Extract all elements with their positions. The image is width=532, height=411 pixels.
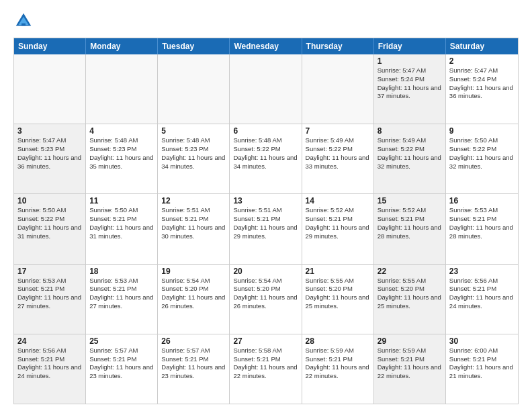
calendar-cell (86, 54, 158, 124)
calendar-cell (14, 54, 86, 124)
calendar-week-4: 17Sunrise: 5:53 AMSunset: 5:21 PMDayligh… (14, 264, 518, 334)
day-number: 5 (161, 126, 226, 136)
calendar-cell: 27Sunrise: 5:58 AMSunset: 5:21 PMDayligh… (230, 334, 302, 404)
day-info: Sunrise: 5:55 AMSunset: 5:20 PMDaylight:… (306, 277, 370, 311)
header (13, 11, 519, 31)
day-info: Sunrise: 5:56 AMSunset: 5:21 PMDaylight:… (17, 347, 82, 381)
weekday-header-monday: Monday (86, 38, 158, 54)
day-info: Sunrise: 5:54 AMSunset: 5:20 PMDaylight:… (233, 277, 298, 311)
weekday-header-wednesday: Wednesday (230, 38, 302, 54)
calendar-cell: 1Sunrise: 5:47 AMSunset: 5:24 PMDaylight… (374, 54, 446, 124)
day-info: Sunrise: 5:59 AMSunset: 5:21 PMDaylight:… (306, 347, 370, 381)
day-number: 10 (17, 196, 82, 205)
day-number: 7 (306, 126, 370, 136)
weekday-header-friday: Friday (374, 38, 446, 54)
day-number: 6 (233, 126, 298, 136)
day-number: 11 (89, 196, 154, 205)
calendar-cell: 19Sunrise: 5:54 AMSunset: 5:20 PMDayligh… (158, 265, 230, 334)
day-info: Sunrise: 5:47 AMSunset: 5:23 PMDaylight:… (17, 136, 82, 171)
day-info: Sunrise: 5:56 AMSunset: 5:21 PMDaylight:… (449, 277, 515, 311)
calendar-cell: 16Sunrise: 5:53 AMSunset: 5:21 PMDayligh… (446, 194, 518, 263)
day-number: 15 (378, 196, 442, 205)
day-number: 29 (378, 336, 442, 346)
day-info: Sunrise: 5:49 AMSunset: 5:22 PMDaylight:… (306, 136, 370, 171)
day-info: Sunrise: 5:51 AMSunset: 5:21 PMDaylight:… (233, 206, 298, 240)
day-info: Sunrise: 5:53 AMSunset: 5:21 PMDaylight:… (89, 277, 154, 311)
day-info: Sunrise: 5:48 AMSunset: 5:23 PMDaylight:… (161, 136, 226, 171)
calendar-cell: 10Sunrise: 5:50 AMSunset: 5:22 PMDayligh… (14, 194, 86, 263)
day-info: Sunrise: 5:48 AMSunset: 5:22 PMDaylight:… (233, 136, 298, 171)
day-info: Sunrise: 5:49 AMSunset: 5:22 PMDaylight:… (378, 136, 442, 171)
calendar-header: SundayMondayTuesdayWednesdayThursdayFrid… (14, 38, 518, 54)
calendar-cell: 13Sunrise: 5:51 AMSunset: 5:21 PMDayligh… (230, 194, 302, 263)
day-info: Sunrise: 5:50 AMSunset: 5:21 PMDaylight:… (89, 206, 154, 240)
calendar-week-5: 24Sunrise: 5:56 AMSunset: 5:21 PMDayligh… (14, 334, 518, 404)
day-info: Sunrise: 5:47 AMSunset: 5:24 PMDaylight:… (449, 66, 515, 101)
day-number: 25 (89, 336, 154, 346)
logo-icon (13, 11, 34, 31)
weekday-header-sunday: Sunday (14, 38, 86, 54)
calendar-cell: 28Sunrise: 5:59 AMSunset: 5:21 PMDayligh… (302, 334, 374, 404)
day-info: Sunrise: 5:52 AMSunset: 5:21 PMDaylight:… (306, 206, 370, 240)
calendar-cell: 7Sunrise: 5:49 AMSunset: 5:22 PMDaylight… (302, 124, 374, 193)
day-number: 17 (17, 267, 82, 276)
day-number: 28 (306, 336, 370, 346)
calendar-cell: 25Sunrise: 5:57 AMSunset: 5:21 PMDayligh… (86, 334, 158, 404)
day-number: 13 (233, 196, 298, 205)
logo (13, 11, 36, 31)
day-number: 23 (449, 267, 515, 276)
day-info: Sunrise: 5:54 AMSunset: 5:20 PMDaylight:… (161, 277, 226, 311)
day-number: 24 (17, 336, 82, 346)
day-number: 14 (306, 196, 370, 205)
calendar-cell: 17Sunrise: 5:53 AMSunset: 5:21 PMDayligh… (14, 265, 86, 334)
calendar: SundayMondayTuesdayWednesdayThursdayFrid… (13, 38, 519, 404)
day-info: Sunrise: 5:58 AMSunset: 5:21 PMDaylight:… (233, 347, 298, 381)
day-info: Sunrise: 6:00 AMSunset: 5:21 PMDaylight:… (449, 347, 515, 381)
day-number: 26 (161, 336, 226, 346)
calendar-cell: 14Sunrise: 5:52 AMSunset: 5:21 PMDayligh… (302, 194, 374, 263)
weekday-header-saturday: Saturday (446, 38, 518, 54)
day-info: Sunrise: 5:57 AMSunset: 5:21 PMDaylight:… (161, 347, 226, 381)
calendar-cell: 4Sunrise: 5:48 AMSunset: 5:23 PMDaylight… (86, 124, 158, 193)
calendar-cell: 15Sunrise: 5:52 AMSunset: 5:21 PMDayligh… (374, 194, 446, 263)
day-info: Sunrise: 5:53 AMSunset: 5:21 PMDaylight:… (449, 206, 515, 240)
day-info: Sunrise: 5:48 AMSunset: 5:23 PMDaylight:… (89, 136, 154, 171)
day-number: 16 (449, 196, 515, 205)
day-number: 12 (161, 196, 226, 205)
day-number: 9 (449, 126, 515, 136)
svg-rect-2 (21, 24, 26, 26)
day-info: Sunrise: 5:50 AMSunset: 5:22 PMDaylight:… (449, 136, 515, 171)
day-number: 4 (89, 126, 154, 136)
calendar-cell: 2Sunrise: 5:47 AMSunset: 5:24 PMDaylight… (446, 54, 518, 124)
calendar-cell: 5Sunrise: 5:48 AMSunset: 5:23 PMDaylight… (158, 124, 230, 193)
calendar-cell (158, 54, 230, 124)
day-number: 2 (449, 56, 515, 66)
calendar-cell: 21Sunrise: 5:55 AMSunset: 5:20 PMDayligh… (302, 265, 374, 334)
page: SundayMondayTuesdayWednesdayThursdayFrid… (0, 0, 532, 411)
weekday-header-tuesday: Tuesday (158, 38, 230, 54)
calendar-cell: 26Sunrise: 5:57 AMSunset: 5:21 PMDayligh… (158, 334, 230, 404)
calendar-cell: 8Sunrise: 5:49 AMSunset: 5:22 PMDaylight… (374, 124, 446, 193)
calendar-week-1: 1Sunrise: 5:47 AMSunset: 5:24 PMDaylight… (14, 54, 518, 124)
day-info: Sunrise: 5:57 AMSunset: 5:21 PMDaylight:… (89, 347, 154, 381)
day-info: Sunrise: 5:52 AMSunset: 5:21 PMDaylight:… (378, 206, 442, 240)
calendar-cell: 6Sunrise: 5:48 AMSunset: 5:22 PMDaylight… (230, 124, 302, 193)
day-number: 22 (378, 267, 442, 276)
day-info: Sunrise: 5:53 AMSunset: 5:21 PMDaylight:… (17, 277, 82, 311)
day-info: Sunrise: 5:47 AMSunset: 5:24 PMDaylight:… (378, 66, 442, 101)
day-number: 1 (378, 56, 442, 66)
calendar-cell: 23Sunrise: 5:56 AMSunset: 5:21 PMDayligh… (446, 265, 518, 334)
calendar-cell: 18Sunrise: 5:53 AMSunset: 5:21 PMDayligh… (86, 265, 158, 334)
day-number: 21 (306, 267, 370, 276)
calendar-cell (302, 54, 374, 124)
day-info: Sunrise: 5:59 AMSunset: 5:21 PMDaylight:… (378, 347, 442, 381)
calendar-week-3: 10Sunrise: 5:50 AMSunset: 5:22 PMDayligh… (14, 193, 518, 263)
weekday-header-thursday: Thursday (302, 38, 374, 54)
calendar-cell: 22Sunrise: 5:55 AMSunset: 5:20 PMDayligh… (374, 265, 446, 334)
calendar-cell: 12Sunrise: 5:51 AMSunset: 5:21 PMDayligh… (158, 194, 230, 263)
day-number: 19 (161, 267, 226, 276)
calendar-cell: 29Sunrise: 5:59 AMSunset: 5:21 PMDayligh… (374, 334, 446, 404)
day-info: Sunrise: 5:55 AMSunset: 5:20 PMDaylight:… (378, 277, 442, 311)
day-info: Sunrise: 5:50 AMSunset: 5:22 PMDaylight:… (17, 206, 82, 240)
calendar-cell: 20Sunrise: 5:54 AMSunset: 5:20 PMDayligh… (230, 265, 302, 334)
